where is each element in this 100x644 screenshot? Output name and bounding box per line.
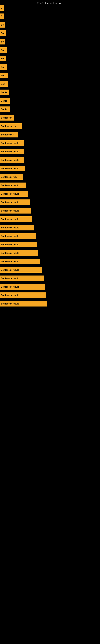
bar-row: Bott xyxy=(0,46,100,54)
bar-label: Bottleneck result xyxy=(1,210,19,212)
bar-label: Bottleneck result xyxy=(1,184,19,186)
bar-row: Bo xyxy=(0,21,100,28)
bar-row: Bottleneck result xyxy=(0,215,100,223)
bar-label: Bottle xyxy=(1,100,7,102)
bar-label: Bo xyxy=(1,40,4,43)
result-bar: Bottleneck result xyxy=(0,267,42,273)
bar-label: B xyxy=(1,7,2,9)
bar-row: Bottleneck result xyxy=(0,207,100,214)
bar-row: Bottleneck result xyxy=(0,156,100,164)
bar-row: B xyxy=(0,4,100,12)
bar-label: Bottleneck result xyxy=(1,201,19,204)
bar-label: Bottleneck result xyxy=(1,302,19,305)
result-bar: Bo xyxy=(0,39,5,44)
bar-label: Bottle xyxy=(1,91,7,94)
bar-label: Bo xyxy=(1,24,4,26)
result-bar: Bottleneck resu xyxy=(0,174,23,180)
result-bar: Bottleneck result xyxy=(0,140,24,146)
result-bar: Bottle xyxy=(0,106,10,112)
bar-row: Bottleneck result xyxy=(0,266,100,274)
bar-label: Bot xyxy=(1,32,4,34)
bar-row: Bot xyxy=(0,30,100,37)
result-bar: Bottle xyxy=(0,90,9,95)
result-bar: Bottleneck result xyxy=(0,258,40,264)
bar-label: Bottleneck result xyxy=(1,159,19,161)
bar-label: Bottleneck result xyxy=(1,150,19,153)
bar-label: Bottleneck result xyxy=(1,277,19,280)
result-bar: Bo xyxy=(0,22,5,28)
bar-label: Bottleneck xyxy=(1,116,12,119)
bar-label: Bottleneck resu xyxy=(1,125,17,128)
result-bar: B xyxy=(0,5,3,11)
bar-label: Bottleneck result xyxy=(1,269,19,271)
bar-row: Bottleneck result xyxy=(0,164,100,172)
result-bar: Bottleneck result xyxy=(0,182,26,188)
result-bar: Bottleneck xyxy=(0,115,14,120)
bar-row: Bottle xyxy=(0,88,100,96)
bar-label: Bottleneck result xyxy=(1,294,19,296)
bar-label: Bottleneck result xyxy=(1,235,19,237)
bar-row: Bott xyxy=(0,63,100,71)
bar-label: Bottleneck result xyxy=(1,167,19,170)
result-bar: Bot xyxy=(0,30,6,36)
result-bar: Bottleneck result xyxy=(0,233,36,239)
bar-label: Bottleneck result xyxy=(1,243,19,246)
result-bar: Bottleneck result xyxy=(0,225,34,230)
bar-label: Bottleneck r xyxy=(1,134,14,136)
result-bar: Bottleneck result xyxy=(0,250,38,256)
bar-label: Bottleneck result xyxy=(1,192,19,195)
bar-row: Bottleneck result xyxy=(0,274,100,282)
bar-row: Bottleneck resu xyxy=(0,173,100,181)
bar-label: Bottleneck result xyxy=(1,218,19,220)
bar-label: Bottleneck result xyxy=(1,226,19,229)
bar-row: Bottle xyxy=(0,106,100,113)
result-bar: Bottleneck result xyxy=(0,149,24,154)
bar-row: Bottleneck result xyxy=(0,300,100,308)
bar-label: Bottleneck result xyxy=(1,252,19,254)
bar-label: Bott xyxy=(1,74,5,77)
bar-row: Bottleneck result xyxy=(0,224,100,232)
bar-label: Bottleneck resu xyxy=(1,176,17,178)
bar-row: Bottleneck result xyxy=(0,249,100,257)
result-bar: Bott xyxy=(0,64,7,70)
result-bar: Bottleneck result xyxy=(0,301,47,306)
result-bar: Bottle xyxy=(0,98,10,104)
bar-row: Bott xyxy=(0,80,100,88)
bar-row: Bot xyxy=(0,55,100,62)
bar-row: Bottleneck result xyxy=(0,232,100,240)
result-bar: Bottleneck result xyxy=(0,157,24,163)
result-bar: Bottleneck result xyxy=(0,166,25,171)
bar-row: Bottleneck result xyxy=(0,182,100,189)
bar-label: Bottle xyxy=(1,108,7,110)
bars-container: BBBoBotBoBottBotBottBottBottBottleBottle… xyxy=(0,4,100,308)
bar-label: Bottleneck result xyxy=(1,286,19,288)
bar-row: Bottleneck result xyxy=(0,198,100,206)
result-bar: Bottleneck result xyxy=(0,276,44,281)
result-bar: Bottleneck result xyxy=(0,208,31,214)
result-bar: B xyxy=(0,14,4,19)
result-bar: Bottleneck result xyxy=(0,216,32,222)
bar-row: Bottleneck result xyxy=(0,241,100,248)
bar-label: Bot xyxy=(1,57,4,60)
result-bar: Bott xyxy=(0,73,8,78)
bar-row: Bottle xyxy=(0,97,100,105)
bar-row: Bottleneck resu xyxy=(0,122,100,130)
bar-row: Bottleneck result xyxy=(0,148,100,155)
bar-row: Bottleneck result xyxy=(0,292,100,299)
bar-label: Bott xyxy=(1,49,5,51)
result-bar: Bottleneck resu xyxy=(0,123,22,129)
bar-label: Bott xyxy=(1,83,5,85)
bar-row: Bottleneck result xyxy=(0,283,100,290)
bar-row: Bo xyxy=(0,38,100,46)
result-bar: Bott xyxy=(0,81,8,87)
bar-label: Bottleneck result xyxy=(1,260,19,263)
result-bar: Bottleneck result xyxy=(0,284,45,290)
result-bar: Bottleneck result xyxy=(0,200,30,205)
bar-row: Bottleneck result xyxy=(0,258,100,265)
result-bar: Bottleneck result xyxy=(0,191,28,196)
bar-row: Bott xyxy=(0,72,100,79)
result-bar: Bot xyxy=(0,56,6,62)
bar-label: Bottleneck result xyxy=(1,142,19,144)
bar-row: Bottleneck r xyxy=(0,131,100,138)
result-bar: Bottleneck result xyxy=(0,242,37,247)
